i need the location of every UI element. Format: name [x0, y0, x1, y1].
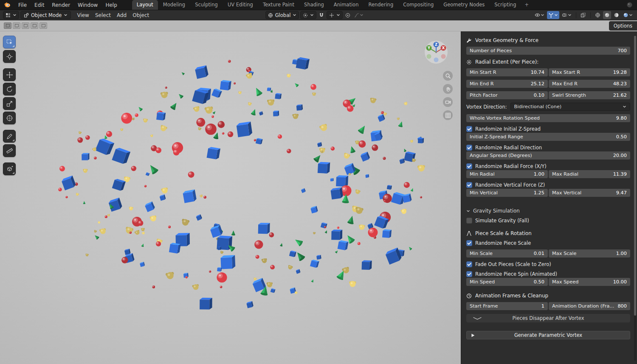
field-start-frame[interactable]: Start Frame1 [466, 302, 548, 310]
viewport-3d[interactable] [0, 20, 461, 364]
button-generate-parametric-vortex[interactable]: Generate Parametric Vortex [466, 331, 630, 339]
scene-icon[interactable] [622, 0, 637, 10]
tool-add-primitive-button[interactable] [3, 162, 16, 175]
tool-rotate-button[interactable] [3, 83, 16, 95]
shading-material-button[interactable] [612, 11, 620, 19]
add-workspace-button[interactable]: + [521, 0, 532, 10]
gizmo-axis-neg-z[interactable] [434, 58, 439, 62]
workspace-tab-sculpting[interactable]: Sculpting [190, 0, 223, 10]
gizmo-axis-neg-x[interactable] [441, 54, 446, 59]
pan-button[interactable] [443, 84, 453, 94]
snap-settings-button[interactable] [327, 11, 343, 19]
scrollbar-thumb[interactable] [634, 36, 636, 316]
panel-header-gravity-simulation[interactable]: Gravity Simulation [466, 208, 630, 214]
tool-cursor-button[interactable] [3, 50, 16, 63]
camera-view-icon [445, 99, 451, 105]
tool-move-button[interactable] [3, 68, 16, 81]
workspace-tab-layout[interactable]: Layout [132, 0, 158, 10]
select-mode-extend-button[interactable] [13, 22, 20, 29]
select-mode-new-button[interactable] [4, 22, 11, 29]
field-max-start-r[interactable]: Max Start R19.28 [549, 68, 630, 76]
shading-wireframe-button[interactable] [594, 11, 602, 19]
field-swirl-strength[interactable]: Swirl Strength21.62 [549, 91, 630, 99]
object-visibility-button[interactable] [533, 11, 546, 19]
checkbox-randomize-radial-direction[interactable] [466, 145, 472, 151]
menu-edit[interactable]: Edit [31, 0, 48, 10]
workspace-tab-modeling[interactable]: Modeling [158, 0, 190, 10]
show-gizmos-button[interactable] [547, 11, 559, 19]
gizmo-axis-neg-y[interactable] [427, 54, 431, 59]
checkbox-randomize-piece-spin-animated[interactable] [466, 271, 472, 277]
select-mode-subtract-button[interactable] [22, 22, 29, 29]
sidebar-scrollbar[interactable] [634, 35, 636, 361]
transform-pivot-button[interactable] [300, 11, 316, 19]
menu-help[interactable]: Help [101, 0, 121, 10]
shading-solid-button[interactable] [603, 11, 611, 19]
viewport-menu-select[interactable]: Select [92, 12, 114, 18]
editor-type-button[interactable] [3, 11, 19, 19]
zoom-button[interactable] [443, 71, 453, 81]
proportional-settings-button[interactable] [353, 11, 365, 19]
collapsed-panel-pieces-disappear-after-vortex[interactable]: Pieces Disappear After Vortex [466, 314, 630, 322]
toggle-orthographic-button[interactable] [443, 110, 453, 120]
dropdown-vortex-direction[interactable]: Bidirectional (Cone) [510, 103, 631, 111]
show-overlays-button[interactable] [561, 11, 573, 19]
workspace-tab-uv-editing[interactable]: UV Editing [223, 0, 258, 10]
field-min-speed[interactable]: Min Speed0.50 [466, 278, 548, 286]
field-label: Max Start R [552, 70, 580, 75]
field-min-radial[interactable]: Min Radial1.00 [466, 170, 548, 178]
workspace-tab-geometry-nodes[interactable]: Geometry Nodes [439, 0, 489, 10]
workspace-tab-scripting[interactable]: Scripting [490, 0, 521, 10]
viewport-menu-object[interactable]: Object [130, 12, 152, 18]
checkbox-randomize-piece-scale[interactable] [466, 240, 472, 246]
field-number-of-pieces[interactable]: Number of Pieces700 [466, 47, 630, 55]
checkbox-fade-out-pieces-scale-to-zero[interactable] [466, 261, 472, 267]
tool-select-box-button[interactable] [3, 36, 16, 48]
field-angular-spread-degrees[interactable]: Angular Spread (Degrees)20.00 [466, 151, 630, 160]
tool-measure-button[interactable] [3, 144, 16, 157]
checkbox-simulate-gravity-fall[interactable] [466, 218, 472, 224]
options-button[interactable]: Options [609, 21, 637, 31]
field-max-end-r[interactable]: Max End R48.23 [549, 80, 630, 88]
separator [590, 12, 591, 18]
field-min-scale[interactable]: Min Scale0.01 [466, 249, 548, 258]
menu-window[interactable]: Window [74, 0, 101, 10]
workspace-tab-animation[interactable]: Animation [329, 0, 364, 10]
workspace-tab-rendering[interactable]: Rendering [364, 0, 398, 10]
field-max-radial[interactable]: Max Radial11.39 [549, 170, 630, 178]
field-max-speed[interactable]: Max Speed10.00 [549, 278, 630, 286]
checkbox-randomize-initial-z-spread[interactable] [466, 126, 472, 132]
select-mode-intersect-button[interactable] [39, 22, 47, 29]
select-mode-invert-button[interactable] [31, 22, 38, 29]
blender-logo-icon[interactable] [0, 0, 14, 10]
field-min-end-r[interactable]: Min End R25.12 [466, 80, 548, 88]
tool-scale-button[interactable] [3, 97, 16, 110]
menu-file[interactable]: File [14, 0, 31, 10]
field-whole-vortex-rotation-speed[interactable]: Whole Vortex Rotation Speed9.80 [466, 114, 630, 122]
menu-render[interactable]: Render [48, 0, 74, 10]
proportional-toggle-button[interactable] [344, 11, 352, 19]
checkbox-randomize-vertical-force-z[interactable] [466, 182, 472, 188]
mode-selector[interactable]: Object Mode [20, 11, 71, 19]
field-animation-duration-fra[interactable]: Animation Duration (Fra...800 [549, 302, 630, 310]
navigation-gizmo[interactable]: Z Y X [424, 40, 448, 66]
tool-annotate-button[interactable] [3, 130, 16, 143]
workspace-tab-shading[interactable]: Shading [299, 0, 329, 10]
field-min-start-r[interactable]: Min Start R10.74 [466, 68, 548, 76]
transform-orientation-button[interactable]: Global [265, 11, 299, 19]
field-max-scale[interactable]: Max Scale1.00 [549, 249, 630, 258]
tool-transform-button[interactable] [3, 112, 16, 124]
viewport-menu-add[interactable]: Add [114, 12, 130, 18]
workspace-tab-texture-paint[interactable]: Texture Paint [258, 0, 299, 10]
workspace-tab-compositing[interactable]: Compositing [398, 0, 438, 10]
field-initial-z-spread-range[interactable]: Initial Z-Spread Range0.50 [466, 133, 630, 141]
shading-rendered-button[interactable] [622, 11, 634, 19]
camera-view-button[interactable] [443, 97, 453, 107]
field-min-vertical[interactable]: Min Vertical1.25 [466, 189, 548, 197]
field-max-vertical[interactable]: Max Vertical9.47 [549, 189, 630, 197]
field-pitch-factor[interactable]: Pitch Factor0.10 [466, 91, 548, 99]
checkbox-randomize-radial-force-x-y[interactable] [466, 163, 472, 169]
snap-toggle-button[interactable] [318, 11, 325, 19]
viewport-menu-view[interactable]: View [74, 12, 92, 18]
toggle-xray-button[interactable] [579, 11, 587, 19]
